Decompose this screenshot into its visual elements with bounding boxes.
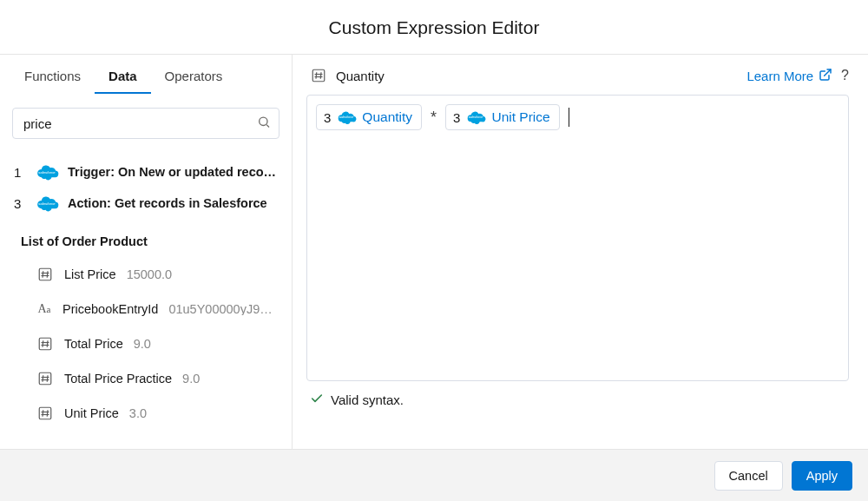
search-input[interactable] (12, 108, 279, 139)
salesforce-icon: salesforce (336, 110, 357, 124)
svg-line-21 (47, 410, 48, 417)
search-icon (257, 115, 271, 132)
section-title: List of Order Product (0, 224, 292, 254)
svg-text:salesforce: salesforce (38, 201, 56, 206)
steps-list: 1 salesforce Trigger: On New or updated … (0, 148, 292, 224)
modal-body: Functions Data Operators 1 (0, 55, 868, 449)
svg-text:salesforce: salesforce (469, 115, 483, 119)
svg-rect-19 (39, 407, 51, 419)
field-row[interactable]: Aa PricebookEntryId 01u5Y00000yJ9bd... (7, 292, 285, 326)
modal-footer: Cancel Apply (0, 449, 868, 501)
svg-line-10 (43, 340, 43, 347)
field-row[interactable]: List Price 15000.0 (7, 257, 285, 292)
svg-line-15 (43, 375, 43, 382)
fields-list: List Price 15000.0 Aa PricebookEntryId 0… (0, 254, 292, 434)
step-row[interactable]: 1 salesforce Trigger: On New or updated … (9, 156, 283, 188)
number-type-icon (36, 335, 54, 353)
validation-status: Valid syntax. (306, 381, 849, 408)
field-name: PricebookEntryId (62, 303, 158, 316)
editor-field-name: Quantity (336, 69, 385, 83)
data-pill[interactable]: 3 salesforce Unit Price (445, 104, 560, 130)
field-name: Total Price (64, 338, 123, 351)
svg-line-25 (316, 72, 317, 79)
svg-rect-14 (39, 372, 51, 385)
svg-rect-24 (312, 69, 325, 82)
field-value: 3.0 (129, 407, 147, 420)
external-link-icon (819, 68, 832, 84)
tab-data[interactable]: Data (95, 62, 151, 94)
editor-header: Quantity Learn More ? (306, 67, 849, 95)
number-type-icon (36, 405, 54, 422)
tab-operators[interactable]: Operators (151, 62, 237, 94)
salesforce-icon: salesforce (35, 194, 59, 212)
pill-step-number: 3 (324, 110, 331, 125)
cancel-button[interactable]: Cancel (714, 461, 783, 491)
sidebar-tabs: Functions Data Operators (0, 62, 292, 96)
field-row[interactable]: Total Price 9.0 (7, 326, 285, 361)
field-value: 9.0 (134, 338, 151, 351)
svg-line-29 (825, 69, 831, 76)
number-type-icon (310, 67, 327, 84)
text-cursor (569, 108, 569, 127)
apply-button[interactable]: Apply (792, 461, 852, 491)
check-icon (310, 392, 324, 408)
svg-line-11 (47, 340, 48, 347)
text-type-icon: Aa (36, 300, 52, 318)
field-value: 15000.0 (127, 268, 172, 281)
expression-editor-modal: Custom Expression Editor Functions Data … (0, 0, 868, 501)
salesforce-icon: salesforce (465, 110, 486, 124)
svg-point-0 (260, 117, 267, 125)
step-label: Trigger: On New or updated record ... (68, 165, 278, 179)
number-type-icon (36, 266, 54, 283)
field-row[interactable]: Unit Price 3.0 (7, 396, 285, 431)
field-row[interactable]: Total Price Practice 9.0 (7, 361, 285, 396)
learn-more-link[interactable]: Learn More (746, 68, 832, 84)
step-number: 3 (14, 196, 26, 211)
modal-header: Custom Expression Editor (0, 0, 868, 55)
learn-more-label: Learn More (746, 69, 813, 83)
svg-text:salesforce: salesforce (339, 115, 354, 119)
number-type-icon (36, 370, 54, 387)
sidebar: Functions Data Operators 1 (0, 55, 293, 449)
field-name: Unit Price (64, 407, 119, 420)
field-name: List Price (64, 268, 116, 281)
validation-text: Valid syntax. (331, 392, 404, 407)
svg-rect-4 (39, 268, 51, 280)
pill-label: Unit Price (491, 109, 549, 125)
svg-text:salesforce: salesforce (38, 170, 56, 175)
search-box (12, 108, 279, 139)
field-name: Total Price Practice (64, 372, 172, 386)
salesforce-icon: salesforce (35, 163, 59, 181)
data-pill[interactable]: 3 salesforce Quantity (316, 104, 422, 130)
svg-line-6 (47, 271, 48, 278)
pill-label: Quantity (362, 109, 412, 125)
step-number: 1 (14, 165, 26, 180)
operator-token: * (429, 104, 438, 130)
pill-step-number: 3 (453, 110, 460, 125)
field-value: 01u5Y00000yJ9bd... (168, 303, 273, 316)
svg-line-5 (43, 271, 43, 278)
page-title: Custom Expression Editor (0, 17, 868, 38)
svg-rect-9 (39, 338, 51, 350)
svg-line-20 (43, 410, 43, 417)
tab-functions[interactable]: Functions (10, 62, 95, 94)
svg-line-1 (266, 125, 269, 128)
help-icon[interactable]: ? (841, 68, 849, 83)
step-label: Action: Get records in Salesforce (68, 196, 278, 210)
svg-line-26 (320, 72, 321, 79)
field-value: 9.0 (182, 372, 200, 386)
step-row[interactable]: 3 salesforce Action: Get records in Sale… (9, 188, 283, 219)
editor-panel: Quantity Learn More ? (293, 55, 868, 449)
expression-editor[interactable]: 3 salesforce Quantity * 3 salesforce Uni… (306, 95, 849, 381)
svg-line-16 (47, 375, 48, 382)
